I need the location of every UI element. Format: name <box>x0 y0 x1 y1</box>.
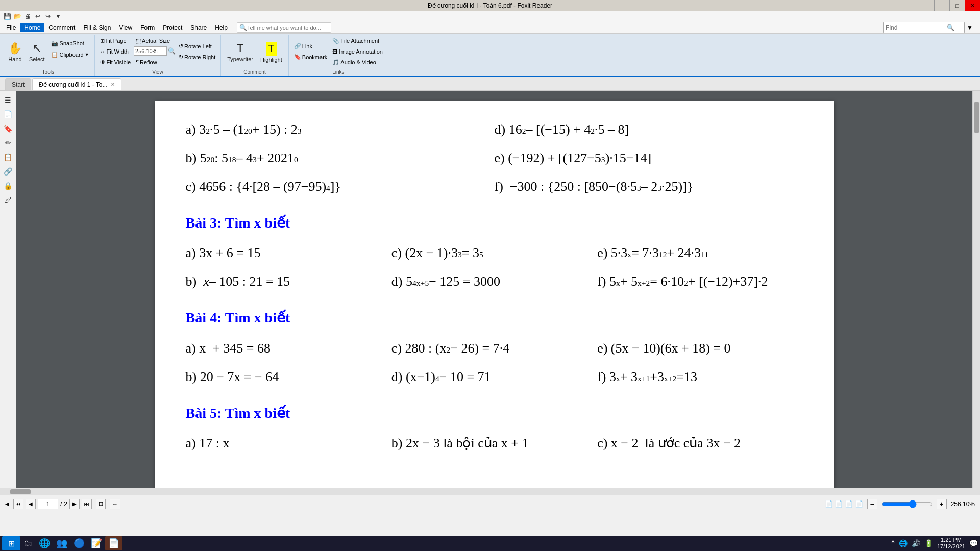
open-button[interactable]: 📂 <box>12 12 22 21</box>
titlebar: Đề cương cuối kì I - Toán 6.pdf - Foxit … <box>0 0 980 11</box>
menu-comment[interactable]: Comment <box>44 23 79 32</box>
rotate-right-button[interactable]: ↻ Rotate Right <box>177 52 217 62</box>
redo-button[interactable]: ↪ <box>43 12 53 21</box>
clock-display[interactable]: 1:21 PM 17/12/2021 <box>937 537 965 550</box>
taskbar-edge[interactable]: 🔵 <box>70 536 88 550</box>
rotate-left-button[interactable]: ↺ Rotate Left <box>177 41 217 52</box>
menu-file[interactable]: File <box>2 23 20 32</box>
horizontal-scroll-thumb[interactable] <box>10 489 31 494</box>
highlight-button[interactable]: T Highlight <box>257 37 285 67</box>
sidebar-bookmark-button[interactable]: 🔖 <box>2 122 14 135</box>
tray-chevron[interactable]: ^ <box>891 539 895 547</box>
select-tool-button[interactable]: ↖ Select <box>26 37 48 67</box>
menu-form[interactable]: Form <box>136 23 159 32</box>
taskbar-time: 1:21 PM <box>941 537 962 543</box>
bookmark-button[interactable]: 🔖 Bookmark <box>292 52 330 62</box>
tray-network[interactable]: 🌐 <box>899 539 908 547</box>
sidebar-link-button[interactable]: 🔗 <box>2 165 14 178</box>
qat-dropdown[interactable]: ▼ <box>53 12 63 21</box>
find-search-icon[interactable]: 🔍 <box>947 24 954 31</box>
page-input[interactable] <box>38 499 58 509</box>
zoom-slider[interactable] <box>881 500 933 508</box>
undo-button[interactable]: ↩ <box>33 12 43 21</box>
first-page-button[interactable]: ⏮ <box>13 499 23 509</box>
maximize-button[interactable]: □ <box>949 0 965 11</box>
document-area[interactable]: a) 32·5 – (120 + 15) : 23 d) 162 – [(−15… <box>16 91 972 488</box>
close-button[interactable]: ✕ <box>965 0 980 11</box>
sidebar-nav-button[interactable]: ☰ <box>2 94 14 106</box>
menu-search-input[interactable] <box>247 24 329 31</box>
find-input[interactable] <box>886 24 947 31</box>
reflow-icon: ¶ <box>136 59 139 65</box>
audio-video-icon: 🎵 <box>332 59 339 66</box>
menu-home[interactable]: Home <box>20 23 44 32</box>
fit-page-status-button[interactable]: ⊞ <box>96 499 106 509</box>
taskbar-file-explorer[interactable]: 🗂 <box>20 536 36 550</box>
taskbar-teams[interactable]: 👥 <box>53 536 70 550</box>
tray-volume[interactable]: 🔊 <box>912 539 920 547</box>
save-button[interactable]: 💾 <box>2 12 12 21</box>
fit-width-button[interactable]: ↔ Fit Width <box>98 46 133 57</box>
zoom-icon[interactable]: 🔍 <box>168 47 176 55</box>
sidebar-pages-button[interactable]: 📄 <box>2 108 14 120</box>
tab-document-label: Đề cương cuối ki 1 - To... <box>39 81 107 88</box>
actual-size-button[interactable]: ⬚ Actual Size <box>134 36 176 46</box>
sidebar-security-button[interactable]: 🔒 <box>2 180 14 192</box>
tray-battery[interactable]: 🔋 <box>924 539 933 547</box>
fit-page-icon: ⊞ <box>100 38 105 44</box>
clipboard-dropdown-icon[interactable]: ▼ <box>85 52 89 57</box>
statusbar-icons: 📄 📄 📄 📄 <box>825 500 863 508</box>
tab-document[interactable]: Đề cương cuối ki 1 - To... ✕ <box>32 78 121 90</box>
menubar: File Home Comment Fill & Sign View Form … <box>0 21 980 34</box>
title-text: Đề cương cuối kì I - Toán 6.pdf - Foxit … <box>428 2 552 9</box>
zoom-out-button[interactable]: − <box>867 499 877 509</box>
menu-share[interactable]: Share <box>186 23 211 32</box>
sidebar-clipboard-button[interactable]: 📋 <box>2 151 14 163</box>
minimize-button[interactable]: ─ <box>934 0 949 11</box>
print-button[interactable]: 🖨 <box>22 12 33 21</box>
taskbar-word[interactable]: 📝 <box>88 536 105 550</box>
tab-close-button[interactable]: ✕ <box>111 82 115 87</box>
tab-start[interactable]: Start <box>5 78 31 90</box>
horizontal-scrollbar[interactable] <box>0 488 980 495</box>
menu-fill-sign[interactable]: Fill & Sign <box>79 23 115 32</box>
clipboard-icon: 📋 <box>51 52 58 58</box>
actual-size-label: Actual Size <box>142 38 170 44</box>
hand-tool-button[interactable]: ✋ Hand <box>5 37 25 67</box>
prev-page-button[interactable]: ◀ <box>26 499 36 509</box>
zoom-in-button[interactable]: + <box>937 499 947 509</box>
taskbar-browser[interactable]: 🌐 <box>36 536 53 550</box>
clipboard-button[interactable]: 📋 Clipboard ▼ <box>49 49 91 60</box>
sidebar-annotation-button[interactable]: ✏ <box>2 137 14 149</box>
select-icon: ↖ <box>32 42 41 55</box>
snapshot-button[interactable]: 📷 SnapShot <box>49 38 91 48</box>
file-attachment-button[interactable]: 📎 File Attachment <box>330 36 385 46</box>
next-page-button[interactable]: ▶ <box>69 499 80 509</box>
start-button[interactable]: ⊞ <box>2 536 20 550</box>
vertical-scrollbar[interactable] <box>972 91 980 488</box>
bookmark-label: Bookmark <box>302 54 328 60</box>
menu-protect[interactable]: Protect <box>159 23 186 32</box>
image-annotation-button[interactable]: 🖼 Image Annotation <box>330 46 385 57</box>
typewriter-button[interactable]: T Typewriter <box>224 37 256 67</box>
reflow-button[interactable]: ¶ Reflow <box>134 57 176 67</box>
taskbar-foxit[interactable]: 📄 <box>105 536 122 550</box>
math-line-c: c) 4656 : {4·[28 – (97−95)4]} <box>186 173 495 200</box>
link-button[interactable]: 🔗 Link <box>292 41 330 52</box>
zoom-input[interactable] <box>134 46 167 56</box>
bai4-b: b) 20 − 7x = − 64 <box>186 364 391 390</box>
menu-view[interactable]: View <box>115 23 136 32</box>
fit-width-status-button[interactable]: ↔ <box>110 499 120 509</box>
tray-notifications[interactable]: 💬 <box>969 539 978 547</box>
audio-video-button[interactable]: 🎵 Audio & Video <box>330 57 385 67</box>
rotate-right-label: Rotate Right <box>184 54 215 60</box>
menu-help[interactable]: Help <box>211 23 232 32</box>
last-page-button[interactable]: ⏭ <box>82 499 92 509</box>
fit-page-button[interactable]: ⊞ Fit Page <box>98 36 133 46</box>
sidebar-sign-button[interactable]: 🖊 <box>2 194 14 206</box>
find-dropdown[interactable]: ▼ <box>967 24 973 31</box>
fit-visible-button[interactable]: 👁 Fit Visible <box>98 57 133 67</box>
bai4-d: d) (x−1)4 − 10 = 71 <box>391 364 597 390</box>
snapshot-icon: 📷 <box>51 40 58 47</box>
scroll-thumb[interactable] <box>974 102 979 133</box>
